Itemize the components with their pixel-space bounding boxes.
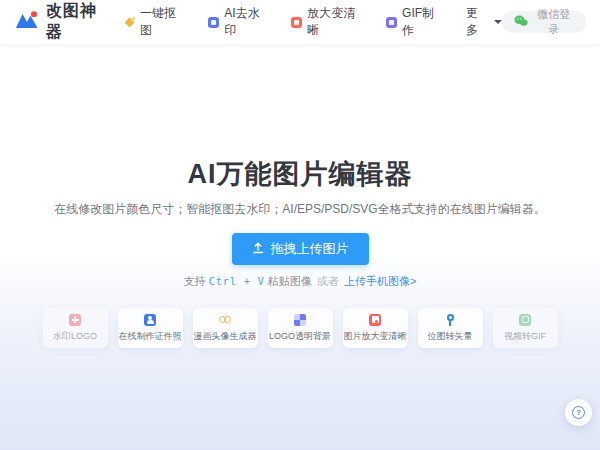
feature-card-image-enlarge[interactable]: 图片放大变清晰 bbox=[343, 308, 408, 348]
feature-card-strip: 水印LOGO 在线制作证件照 漫画头像生成器 LOGO透明背景 图片放大变清晰 … bbox=[0, 308, 600, 348]
brand-name: 改图神器 bbox=[46, 1, 109, 43]
watermark-logo-icon bbox=[69, 314, 81, 326]
id-photo-icon bbox=[144, 314, 156, 326]
nav-item-enlarge[interactable]: 放大变清晰 bbox=[291, 5, 362, 39]
nav-item-label: 放大变清晰 bbox=[307, 5, 362, 39]
transparent-bg-icon bbox=[294, 314, 306, 326]
nav-item-label: GIF制作 bbox=[402, 5, 442, 39]
nav-item-label: 一键抠图 bbox=[140, 5, 184, 39]
nav-item-more[interactable]: 更多 bbox=[466, 5, 502, 39]
upload-image-button[interactable]: 拖拽上传图片 bbox=[232, 233, 369, 265]
page-subtitle: 在线修改图片颜色尺寸；智能抠图去水印；AI/EPS/PSD/SVG全格式支持的在… bbox=[0, 201, 600, 218]
wechat-login-button[interactable]: 微信登录 bbox=[502, 11, 586, 33]
brand-logo[interactable]: 改图神器 bbox=[14, 1, 109, 43]
feature-label: 视频转GIF bbox=[504, 330, 546, 343]
wechat-icon bbox=[514, 15, 528, 29]
chevron-down-icon bbox=[494, 20, 502, 24]
feature-label: 水印LOGO bbox=[53, 330, 97, 343]
support-or-text: 或者 bbox=[317, 275, 339, 287]
nav-item-gif-maker[interactable]: GIF制作 bbox=[386, 5, 442, 39]
feature-card-video-to-gif[interactable]: 视频转GIF bbox=[493, 308, 558, 348]
nav-item-label: 更多 bbox=[466, 5, 487, 39]
paste-hotkey: Ctrl + V bbox=[209, 276, 265, 287]
gif-maker-icon bbox=[386, 17, 397, 28]
header: 改图神器 一键抠图 AI去水印 放大变清晰 GIF制作 更多 bbox=[0, 0, 600, 44]
mountain-ai-logo-icon bbox=[14, 10, 40, 34]
feature-label: 图片放大变清晰 bbox=[344, 330, 407, 343]
question-mark-icon bbox=[572, 406, 585, 419]
nav-item-watermark-remove[interactable]: AI去水印 bbox=[208, 5, 267, 39]
page: 改图神器 一键抠图 AI去水印 放大变清晰 GIF制作 更多 bbox=[0, 0, 600, 450]
help-button[interactable] bbox=[565, 399, 592, 426]
feature-card-bitmap-to-vector[interactable]: 位图转矢量 bbox=[418, 308, 483, 348]
image-enlarge-icon bbox=[369, 314, 381, 326]
support-paste-text: 粘贴图像 bbox=[265, 275, 315, 287]
feature-card-transparent-bg[interactable]: LOGO透明背景 bbox=[268, 308, 333, 348]
main-nav: 一键抠图 AI去水印 放大变清晰 GIF制作 更多 bbox=[125, 5, 503, 39]
feature-card-cartoon-avatar[interactable]: 漫画头像生成器 bbox=[193, 308, 258, 348]
enlarge-icon bbox=[291, 17, 302, 28]
wechat-login-label: 微信登录 bbox=[533, 7, 574, 37]
support-prefix: 支持 bbox=[184, 275, 209, 287]
watermark-remove-icon bbox=[208, 17, 219, 28]
feature-label: 漫画头像生成器 bbox=[194, 330, 257, 343]
upload-from-phone-link[interactable]: 上传手机图像> bbox=[341, 275, 416, 287]
upload-icon bbox=[252, 242, 264, 257]
video-to-gif-icon bbox=[519, 314, 531, 326]
nav-item-cutout[interactable]: 一键抠图 bbox=[125, 5, 185, 39]
feature-label: 在线制作证件照 bbox=[119, 330, 182, 343]
feature-label: LOGO透明背景 bbox=[269, 330, 331, 343]
hero-section: AI万能图片编辑器 在线修改图片颜色尺寸；智能抠图去水印；AI/EPS/PSD/… bbox=[0, 44, 600, 348]
feature-card-id-photo[interactable]: 在线制作证件照 bbox=[118, 308, 183, 348]
cartoon-avatar-icon bbox=[219, 314, 231, 326]
magic-wand-icon bbox=[125, 17, 135, 28]
bitmap-to-vector-icon bbox=[444, 314, 456, 326]
nav-item-label: AI去水印 bbox=[224, 5, 267, 39]
feature-card-watermark-logo[interactable]: 水印LOGO bbox=[43, 308, 108, 348]
upload-button-label: 拖拽上传图片 bbox=[271, 240, 349, 258]
support-line: 支持 Ctrl + V 粘贴图像 或者 上传手机图像> bbox=[0, 274, 600, 289]
page-title: AI万能图片编辑器 bbox=[0, 156, 600, 192]
feature-label: 位图转矢量 bbox=[428, 330, 473, 343]
